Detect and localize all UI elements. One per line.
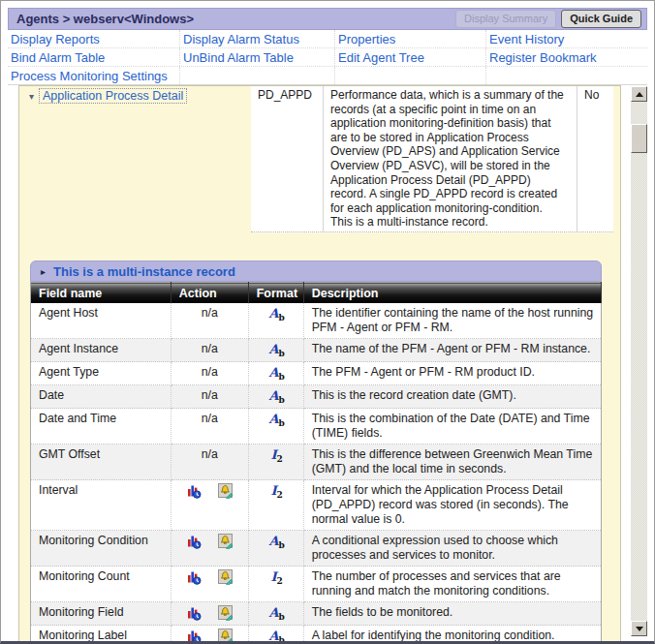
table-row: Monitoring ConditionAbA conditional expr… bbox=[31, 531, 602, 567]
format-letter: I bbox=[270, 447, 276, 462]
menu-cell-edit-agent-tree: Edit Agent Tree bbox=[334, 48, 485, 66]
string-format-icon: Ab bbox=[257, 534, 297, 550]
report-icon[interactable] bbox=[186, 534, 202, 549]
format-cell: Ab bbox=[248, 602, 303, 626]
report-icon[interactable] bbox=[186, 629, 202, 644]
format-letter: A bbox=[268, 306, 278, 321]
field-name-cell: Interval bbox=[31, 480, 172, 531]
table-row: Agent Hostn/aAbThe identifier containing… bbox=[31, 303, 602, 339]
report-icon[interactable] bbox=[186, 569, 202, 585]
action-cell: n/a bbox=[171, 445, 248, 480]
description-cell: A conditional expression used to choose … bbox=[303, 531, 601, 567]
format-letter: A bbox=[268, 412, 278, 426]
menu-link-edit-agent-tree[interactable]: Edit Agent Tree bbox=[338, 50, 424, 65]
menu-link-display-reports[interactable]: Display Reports bbox=[11, 32, 100, 46]
string-format-icon: Ab bbox=[257, 306, 297, 322]
action-content: n/a bbox=[172, 411, 248, 427]
alarm-icon[interactable] bbox=[218, 569, 234, 585]
format-letter: I bbox=[270, 483, 276, 498]
format-subscript: b bbox=[279, 540, 285, 550]
menu-cell-empty bbox=[485, 67, 647, 84]
scroll-down-button[interactable] bbox=[631, 621, 647, 636]
action-na-label: n/a bbox=[202, 342, 218, 356]
format-subscript: b bbox=[279, 635, 285, 644]
field-name-cell: Monitoring Field bbox=[31, 602, 172, 626]
format-cell: I2 bbox=[248, 445, 303, 480]
record-expander: ▾ Application Process Detail bbox=[29, 88, 187, 104]
menu-link-bind-alarm-table[interactable]: Bind Alarm Table bbox=[11, 50, 105, 65]
action-cell: n/a bbox=[171, 362, 248, 385]
column-header-action: Action bbox=[171, 283, 248, 304]
action-content bbox=[172, 628, 248, 644]
column-header-format: Format bbox=[248, 283, 303, 304]
format-letter: A bbox=[268, 365, 278, 380]
column-header-description: Description bbox=[303, 283, 601, 304]
long-format-icon: I2 bbox=[257, 569, 297, 586]
format-subscript: b bbox=[279, 349, 285, 358]
menu-cell-register-bookmark: Register Bookmark bbox=[485, 48, 647, 66]
format-letter: A bbox=[268, 388, 278, 403]
description-cell: The fields to be monitored. bbox=[303, 602, 601, 626]
action-content bbox=[172, 533, 248, 549]
vertical-scrollbar[interactable] bbox=[631, 86, 647, 636]
alarm-icon[interactable] bbox=[218, 483, 234, 499]
string-format-icon: Ab bbox=[257, 629, 297, 644]
string-format-icon: Ab bbox=[257, 388, 297, 405]
alarm-icon[interactable] bbox=[218, 605, 234, 621]
alarm-icon[interactable] bbox=[218, 629, 234, 644]
menu-cell-display-reports: Display Reports bbox=[8, 30, 179, 47]
section-title: This is a multi-instance record bbox=[53, 264, 235, 279]
string-format-icon: Ab bbox=[257, 412, 297, 428]
chevron-down-icon: ▾ bbox=[29, 91, 34, 102]
field-name-cell: Agent Host bbox=[31, 303, 172, 339]
menu-cell-empty bbox=[334, 67, 485, 84]
fields-table: Field name Action Format Description Age… bbox=[30, 282, 602, 644]
format-subscript: b bbox=[279, 418, 285, 428]
description-cell: This is the combination of the Date (DAT… bbox=[303, 409, 601, 445]
report-icon[interactable] bbox=[186, 605, 202, 621]
menu-cell-empty bbox=[179, 67, 334, 84]
action-na-label: n/a bbox=[202, 365, 218, 380]
field-name-cell: Date bbox=[31, 385, 172, 409]
chevron-right-icon: ▸ bbox=[41, 266, 46, 277]
record-name-link[interactable]: Application Process Detail bbox=[39, 88, 187, 104]
action-content bbox=[172, 482, 248, 499]
action-cell bbox=[171, 626, 248, 644]
display-summary-button[interactable]: Display Summary bbox=[455, 10, 556, 28]
action-content: n/a bbox=[172, 305, 248, 322]
scroll-down-icon bbox=[636, 627, 643, 631]
record-id: PD_APPD bbox=[251, 86, 324, 231]
action-cell: n/a bbox=[171, 339, 248, 362]
record-description: Performance data, which is a summary of … bbox=[324, 86, 577, 231]
field-name-cell: Monitoring Label bbox=[31, 626, 172, 644]
menu-link-register-bookmark[interactable]: Register Bookmark bbox=[489, 50, 597, 65]
menu-link-process-monitoring-settings[interactable]: Process Monitoring Settings bbox=[11, 69, 168, 83]
action-content: n/a bbox=[172, 364, 248, 381]
menu-link-display-alarm-status[interactable]: Display Alarm Status bbox=[183, 32, 299, 46]
field-name-cell: Monitoring Condition bbox=[31, 531, 172, 567]
menu-row: Display ReportsDisplay Alarm StatusPrope… bbox=[8, 30, 647, 47]
format-cell: I2 bbox=[248, 480, 303, 531]
menu-link-unbind-alarm-table[interactable]: UnBind Alarm Table bbox=[183, 50, 294, 65]
scroll-up-button[interactable] bbox=[631, 86, 647, 102]
long-format-icon: I2 bbox=[257, 447, 297, 464]
description-cell: The PFM - Agent or PFM - RM product ID. bbox=[303, 362, 601, 385]
scrollbar-thumb[interactable] bbox=[631, 124, 647, 153]
table-row: Monitoring LabelAbA label for identifyin… bbox=[31, 626, 602, 644]
format-subscript: b bbox=[279, 372, 285, 382]
alarm-icon[interactable] bbox=[218, 534, 234, 549]
menu-link-properties[interactable]: Properties bbox=[338, 32, 395, 46]
format-cell: Ab bbox=[248, 409, 303, 445]
quick-guide-button[interactable]: Quick Guide bbox=[561, 10, 641, 28]
table-header-row: Field name Action Format Description bbox=[31, 283, 602, 304]
format-letter: A bbox=[268, 342, 278, 356]
action-content bbox=[172, 568, 248, 585]
multi-instance-section-header[interactable]: ▸ This is a multi-instance record bbox=[30, 261, 602, 282]
report-icon[interactable] bbox=[186, 483, 202, 499]
action-content bbox=[172, 604, 248, 621]
menu-link-event-history[interactable]: Event History bbox=[489, 32, 564, 46]
format-subscript: b bbox=[279, 313, 285, 322]
action-content: n/a bbox=[172, 387, 248, 404]
record-summary-box: PD_APPD Performance data, which is a sum… bbox=[251, 86, 613, 232]
action-cell: n/a bbox=[171, 303, 248, 339]
